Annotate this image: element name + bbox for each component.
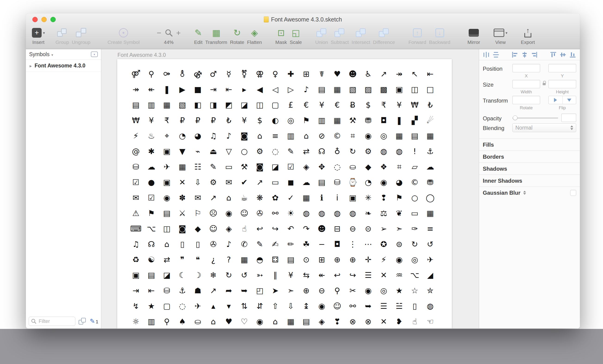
fa-icon[interactable]: ¥	[237, 112, 252, 128]
fa-icon[interactable]: ✎	[206, 159, 221, 174]
fa-icon[interactable]: ➣	[283, 283, 299, 298]
fa-icon[interactable]: ☯	[144, 252, 159, 267]
fa-icon[interactable]: ◁	[267, 82, 283, 97]
fa-icon[interactable]: ◌	[267, 143, 283, 159]
fa-icon[interactable]: ✇	[206, 236, 221, 252]
fa-icon[interactable]: ♪	[221, 128, 237, 143]
fa-icon[interactable]: ➢	[376, 221, 392, 236]
section-shadows[interactable]: Shadows	[479, 163, 580, 175]
fa-icon[interactable]: ▢	[267, 97, 283, 112]
fa-icon[interactable]: ♀	[267, 66, 283, 82]
fa-icon[interactable]: ☑	[283, 159, 299, 174]
fa-icon[interactable]: ¿	[206, 252, 221, 267]
fa-icon[interactable]: ↶	[283, 221, 299, 236]
fa-icon[interactable]: ¥	[144, 112, 159, 128]
fa-icon[interactable]: ⊕	[299, 283, 314, 298]
fa-icon[interactable]: ⚲	[329, 283, 345, 298]
fa-icon[interactable]: ¥	[283, 267, 299, 283]
fa-icon[interactable]: ▭	[407, 205, 422, 221]
toolbar-export[interactable]: Export	[521, 26, 535, 44]
fa-icon[interactable]: ⚨	[174, 66, 190, 82]
sidebar-header[interactable]: Symbols	[26, 49, 101, 60]
fa-icon[interactable]: ◉	[376, 174, 392, 190]
toolbar-backward[interactable]: Backward	[429, 26, 450, 44]
fa-icon[interactable]: ⋮	[345, 236, 360, 252]
fa-icon[interactable]: ⌂	[267, 314, 283, 329]
fa-icon[interactable]: ⋯	[360, 236, 376, 252]
fa-icon[interactable]: ▥	[314, 112, 329, 128]
align-bottom-icon[interactable]	[570, 52, 576, 58]
zoom-window-button[interactable]	[50, 17, 56, 22]
fa-icon[interactable]: ▤	[159, 205, 174, 221]
fa-icon[interactable]: ✉	[190, 190, 206, 205]
opacity-input[interactable]	[561, 114, 576, 122]
lock-icon[interactable]	[543, 82, 546, 86]
fa-icon[interactable]: ⇩	[283, 298, 299, 314]
fa-icon[interactable]: ▣	[128, 267, 144, 283]
fa-icon[interactable]: ↗	[206, 283, 221, 298]
fa-icon[interactable]: ₩	[128, 112, 144, 128]
fa-icon[interactable]: ☰	[360, 267, 376, 283]
fa-icon[interactable]: □	[422, 82, 438, 97]
toolbar-create-symbol[interactable]: Create Symbol	[107, 26, 140, 44]
toolbar-ungroup[interactable]: Ungroup	[72, 26, 90, 44]
fa-icon[interactable]: ■	[190, 82, 206, 97]
fa-icon[interactable]: ✔	[237, 174, 252, 190]
section-borders[interactable]: Borders	[479, 151, 580, 163]
flip-vertical-button[interactable]	[562, 96, 576, 104]
fa-icon[interactable]: ◯	[422, 190, 438, 205]
fa-icon[interactable]: ◙	[237, 128, 252, 143]
fa-icon[interactable]: ◈	[314, 314, 329, 329]
fa-icon[interactable]: ⇄	[299, 143, 314, 159]
fa-icon[interactable]: ☁	[299, 174, 314, 190]
fa-icon[interactable]: ⊘	[314, 128, 329, 143]
fa-icon[interactable]: ▦	[299, 190, 314, 205]
slider-thumb[interactable]	[513, 115, 517, 120]
fa-icon[interactable]: ▥	[144, 97, 159, 112]
fa-icon[interactable]: ▸	[237, 82, 252, 97]
fa-icon[interactable]: ☑	[144, 190, 159, 205]
fa-icon[interactable]: ⇤	[221, 82, 237, 97]
fa-icon[interactable]: ♪	[299, 82, 314, 97]
fa-icon[interactable]: ▤	[407, 128, 422, 143]
fa-icon[interactable]: ✕	[376, 267, 392, 283]
fa-icon[interactable]: ⇵	[252, 298, 267, 314]
fa-icon[interactable]: ☼	[128, 314, 144, 329]
fa-icon[interactable]: ◙	[252, 159, 267, 174]
fa-icon[interactable]: ☰	[376, 298, 392, 314]
fa-icon[interactable]: ▦	[329, 112, 345, 128]
fa-icon[interactable]: ▦	[283, 314, 299, 329]
fa-icon[interactable]: ★	[392, 283, 407, 298]
fa-icon[interactable]: ☤	[314, 66, 329, 82]
fa-icon[interactable]: ↞	[144, 82, 159, 97]
fa-icon[interactable]: ⚒	[345, 112, 360, 128]
toolbar-transform[interactable]: Transform	[205, 26, 227, 44]
fa-icon[interactable]: ▤	[299, 314, 314, 329]
fa-icon[interactable]: ▼	[174, 143, 190, 159]
fa-icon[interactable]: ◰	[252, 283, 267, 298]
align-center-horizontal-icon[interactable]	[522, 52, 528, 58]
fa-icon[interactable]: ⌂	[299, 128, 314, 143]
fa-icon[interactable]: ◉	[221, 205, 237, 221]
fa-icon[interactable]: ▧	[174, 97, 190, 112]
toolbar-intersect[interactable]: Intersect	[352, 26, 371, 44]
pages-icon[interactable]	[79, 318, 86, 325]
fa-icon[interactable]: ₽	[206, 112, 221, 128]
opacity-slider[interactable]	[512, 114, 558, 122]
fa-icon[interactable]: ❋	[252, 190, 267, 205]
fa-icon[interactable]: $	[360, 97, 376, 112]
fa-icon[interactable]: ➥	[237, 283, 252, 298]
fa-icon[interactable]: ○	[407, 190, 422, 205]
fa-icon[interactable]: ▱	[407, 159, 422, 174]
fa-icon[interactable]: ◍	[299, 205, 314, 221]
fa-icon[interactable]: ⚑	[144, 205, 159, 221]
toolbar-group[interactable]: Group	[56, 26, 69, 44]
fa-icon[interactable]: ↺	[237, 267, 252, 283]
fa-icon[interactable]: ◍	[329, 205, 345, 221]
fa-icon[interactable]: ⊖	[314, 283, 329, 298]
close-button[interactable]	[32, 17, 38, 22]
fa-icon[interactable]: ☊	[314, 143, 329, 159]
fa-icon[interactable]: ⌂	[159, 236, 174, 252]
fa-icon[interactable]: ✇	[252, 205, 267, 221]
fa-icon[interactable]: ⚙	[252, 143, 267, 159]
